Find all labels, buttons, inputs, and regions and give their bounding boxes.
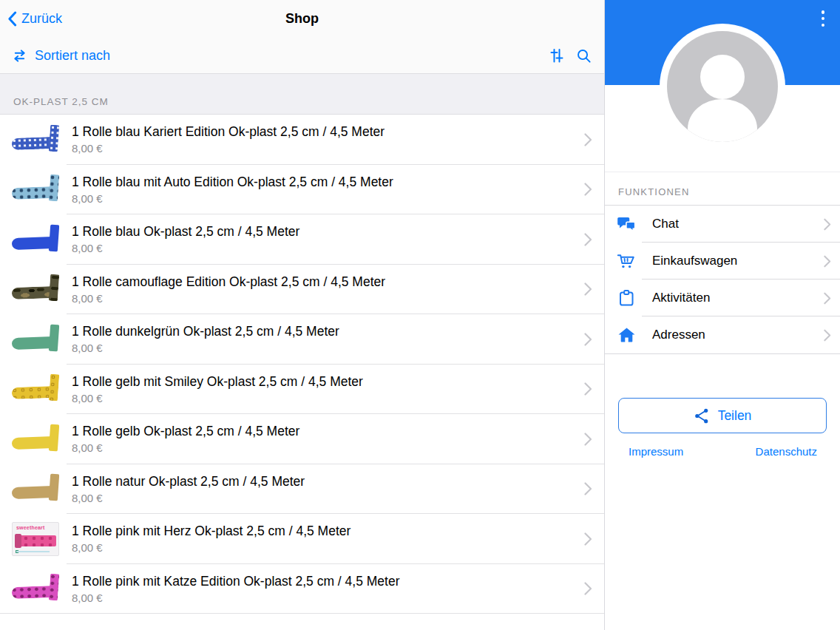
share-button[interactable]: Teilen	[618, 398, 827, 433]
product-text: 1 Rolle natur Ok-plast 2,5 cm / 4,5 Mete…	[72, 474, 305, 504]
product-thumbnail	[12, 223, 59, 257]
product-title: 1 Rolle pink mit Katze Edition Ok-plast …	[72, 574, 400, 589]
product-text: 1 Rolle blau Kariert Edition Ok-plast 2,…	[72, 124, 385, 155]
chevron-right-icon	[584, 132, 592, 146]
tape-strip	[12, 336, 54, 350]
product-price: 8,00 €	[72, 242, 299, 254]
back-button[interactable]: Zurück	[7, 0, 62, 37]
tape-end	[49, 374, 59, 402]
cart-icon	[617, 252, 637, 270]
product-text: 1 Rolle gelb mit Smiley Ok-plast 2,5 cm …	[72, 374, 363, 404]
product-thumbnail	[12, 123, 59, 157]
chevron-right-icon	[584, 382, 592, 396]
tape-end	[49, 324, 59, 351]
menu-item-adressen[interactable]: Adressen	[605, 316, 840, 353]
page-title: Shop	[285, 11, 319, 27]
app: Zurück Shop Sortiert nach OK-PLAST 2,5 C…	[0, 0, 840, 630]
product-row[interactable]: 1 Rolle blau Kariert Edition Ok-plast 2,…	[0, 115, 604, 165]
tape-strip	[12, 486, 54, 499]
menu-item-einkaufswagen[interactable]: Einkaufswagen	[605, 243, 840, 280]
product-row[interactable]: 1 Rolle gelb mit Smiley Ok-plast 2,5 cm …	[0, 365, 604, 415]
product-list: 1 Rolle blau Kariert Edition Ok-plast 2,…	[0, 115, 604, 614]
product-price: 8,00 €	[72, 492, 305, 504]
product-row[interactable]: 1 Rolle blau Ok-plast 2,5 cm / 4,5 Meter…	[0, 214, 604, 265]
product-thumbnail	[12, 322, 59, 356]
avatar-placeholder-icon	[660, 24, 785, 149]
product-row[interactable]: sweetheart 1 Rolle pink mit Herz Ok-plas…	[0, 514, 604, 564]
sort-button[interactable]: Sortiert nach	[10, 48, 110, 64]
tape-end	[49, 175, 59, 202]
product-title: 1 Rolle blau mit Auto Edition Ok-plast 2…	[72, 175, 393, 190]
product-title: 1 Rolle dunkelgrün Ok-plast 2,5 cm / 4,5…	[72, 324, 339, 339]
profile-panel: FUNKTIONEN Chat	[605, 0, 840, 630]
tape-end	[15, 534, 21, 548]
chevron-right-icon	[584, 582, 592, 596]
tape-end	[49, 474, 59, 501]
chevron-right-icon	[584, 532, 592, 546]
chat-icon	[617, 215, 637, 233]
chevron-right-icon	[584, 482, 592, 496]
product-thumbnail	[12, 272, 59, 306]
product-price: 8,00 €	[72, 292, 385, 305]
chevron-right-icon	[584, 432, 592, 446]
product-row[interactable]: 1 Rolle gelb Ok-plast 2,5 cm / 4,5 Meter…	[0, 414, 604, 464]
kebab-menu-icon[interactable]	[816, 9, 830, 28]
product-text: 1 Rolle blau mit Auto Edition Ok-plast 2…	[72, 175, 393, 205]
nav-bar: Zurück Shop Sortiert nach	[0, 0, 604, 74]
chevron-right-icon	[824, 218, 831, 231]
product-row[interactable]: 1 Rolle camouflage Edition Ok-plast 2,5 …	[0, 265, 604, 315]
tape-strip	[12, 286, 54, 299]
menu-item-chat[interactable]: Chat	[605, 206, 840, 243]
functions-section-label: FUNKTIONEN	[605, 172, 840, 205]
product-price: 8,00 €	[72, 541, 350, 554]
back-chevron-icon	[7, 11, 17, 27]
search-icon[interactable]	[575, 47, 592, 64]
avatar	[660, 24, 785, 149]
product-text: 1 Rolle gelb Ok-plast 2,5 cm / 4,5 Meter…	[72, 424, 299, 454]
product-row[interactable]: 1 Rolle dunkelgrün Ok-plast 2,5 cm / 4,5…	[0, 314, 604, 365]
product-text: 1 Rolle dunkelgrün Ok-plast 2,5 cm / 4,5…	[72, 324, 339, 354]
sort-arrows-icon	[10, 50, 29, 62]
product-thumbnail: sweetheart	[12, 522, 59, 556]
section-header: OK-PLAST 2,5 CM	[0, 74, 604, 115]
product-price: 8,00 €	[72, 142, 385, 155]
tape-strip	[12, 186, 54, 200]
filter-icon[interactable]	[547, 47, 566, 64]
menu-item-aktivitaeten[interactable]: Aktivitäten	[605, 280, 840, 316]
chevron-right-icon	[824, 255, 831, 268]
product-title: 1 Rolle gelb Ok-plast 2,5 cm / 4,5 Meter	[72, 424, 299, 439]
tape-strip	[12, 436, 54, 450]
datenschutz-link[interactable]: Datenschutz	[756, 445, 817, 458]
tape-end	[49, 574, 59, 601]
product-row[interactable]: 1 Rolle blau mit Auto Edition Ok-plast 2…	[0, 165, 604, 215]
nav-sub-row: Sortiert nach	[0, 37, 604, 74]
chevron-right-icon	[824, 329, 831, 342]
tape-strip	[12, 137, 54, 150]
product-price: 8,00 €	[72, 592, 400, 604]
nav-actions	[547, 47, 592, 64]
share-icon	[694, 407, 709, 424]
tape-end	[49, 424, 59, 451]
nav-top-row: Zurück Shop	[0, 0, 604, 37]
product-thumbnail	[12, 422, 59, 456]
tape-strip	[12, 237, 54, 250]
product-price: 8,00 €	[72, 342, 339, 354]
tape-strip	[12, 586, 54, 599]
product-row[interactable]: 1 Rolle pink mit Katze Edition Ok-plast …	[0, 564, 604, 614]
tape-end	[49, 224, 59, 251]
chevron-right-icon	[584, 332, 592, 346]
impressum-link[interactable]: Impressum	[629, 445, 683, 458]
product-text: 1 Rolle pink mit Katze Edition Ok-plast …	[72, 574, 400, 604]
menu-item-label: Chat	[652, 217, 824, 231]
product-thumbnail	[12, 472, 59, 506]
product-row[interactable]: 1 Rolle natur Ok-plast 2,5 cm / 4,5 Mete…	[0, 464, 604, 515]
product-text: 1 Rolle blau Ok-plast 2,5 cm / 4,5 Meter…	[72, 224, 299, 254]
legal-links: Impressum Datenschutz	[629, 445, 817, 458]
product-thumbnail	[12, 372, 59, 406]
sort-button-label: Sortiert nach	[35, 48, 110, 64]
product-text: 1 Rolle camouflage Edition Ok-plast 2,5 …	[72, 274, 385, 305]
product-price: 8,00 €	[72, 441, 299, 454]
product-title: 1 Rolle gelb mit Smiley Ok-plast 2,5 cm …	[72, 374, 363, 390]
functions-menu: Chat Einkaufswagen	[605, 205, 840, 354]
product-price: 8,00 €	[72, 192, 393, 205]
